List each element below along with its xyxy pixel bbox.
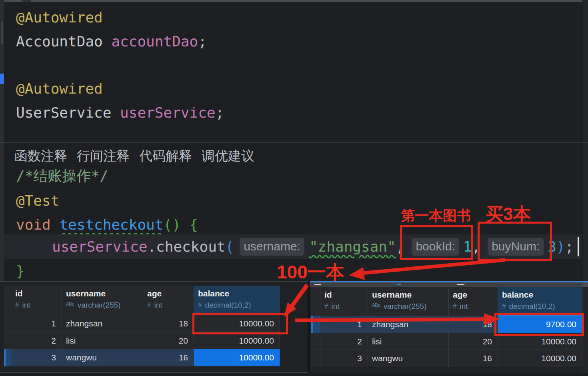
column-header-username[interactable]: username ᴬᴮᶜvarchar(255)	[368, 287, 449, 316]
hash-icon: #	[324, 302, 328, 310]
editor-right-stripe	[582, 0, 588, 281]
hash-icon: #	[15, 301, 19, 309]
cell-id[interactable]: 1	[320, 316, 368, 333]
row-header-corner	[4, 286, 11, 315]
cell-id[interactable]: 2	[11, 332, 62, 349]
method-name-testcheckout: testcheckout	[59, 216, 163, 233]
resize-handle[interactable]	[457, 284, 464, 285]
column-header-balance[interactable]: balance #decimal(10,2)	[194, 286, 280, 315]
column-type: #int	[324, 302, 368, 311]
cell-id[interactable]: 2	[320, 333, 368, 350]
ai-action-inline-comment[interactable]: 行间注释	[77, 147, 130, 165]
window-top-edge	[4, 0, 582, 2]
code-line-accountdao: AccountDao accountDao;	[16, 33, 207, 50]
hash-icon: #	[453, 302, 456, 310]
column-header-id[interactable]: id #int	[320, 287, 368, 316]
annotation-autowired-2: @Autowired	[16, 80, 103, 98]
cell-username[interactable]: zhangsan	[62, 315, 143, 332]
ai-action-function-comment[interactable]: 函数注释	[14, 147, 67, 165]
cell-username[interactable]: wangwu	[368, 350, 449, 367]
row-header-corner	[311, 287, 320, 316]
method-checkout: .checkout	[147, 238, 225, 256]
column-header-age[interactable]: age #int	[143, 286, 194, 315]
hash-icon: #	[198, 301, 202, 309]
ai-action-tuning-advice[interactable]: 调优建议	[202, 147, 254, 165]
abc-icon: ᴬᴮᶜ	[372, 302, 380, 310]
cell-age[interactable]: 18	[143, 315, 194, 332]
cell-balance[interactable]: 10000.00	[194, 332, 280, 349]
annotation-test: @Test	[16, 192, 59, 210]
class-name: UserService	[16, 104, 120, 121]
cell-age[interactable]: 16	[449, 350, 498, 367]
cell-username[interactable]: wangwu	[62, 349, 143, 366]
cell-age[interactable]: 20	[143, 332, 194, 349]
semicolon: ;	[565, 238, 574, 256]
keyword-void: void	[16, 216, 59, 233]
column-type: #int	[453, 302, 498, 311]
cell-balance-selected[interactable]: 10000.00	[194, 349, 280, 366]
column-header-balance[interactable]: balance #decimal(10,2)	[498, 287, 582, 316]
row-gutter-selected[interactable]	[4, 349, 11, 366]
column-type: ᴬᴮᶜvarchar(255)	[66, 301, 143, 310]
code-line-method-signature: void testcheckout() {	[16, 216, 198, 234]
row-gutter[interactable]	[4, 315, 11, 332]
tab-marker	[22, 0, 31, 2]
editor-scrollbar-marker[interactable]	[0, 74, 4, 84]
cell-age[interactable]: 16	[143, 349, 194, 366]
annotation-price-per-book: 100一本	[277, 260, 344, 285]
cell-age[interactable]: 18	[449, 316, 498, 333]
close-brace-line: }	[16, 262, 25, 280]
column-header-username[interactable]: username ᴬᴮᶜvarchar(255)	[62, 286, 143, 315]
scrollbar-corner	[582, 282, 588, 287]
annotation-autowired-1: @Autowired	[16, 9, 103, 26]
header-resize-strip[interactable]	[310, 282, 582, 287]
open-paren: (	[226, 238, 234, 256]
hash-icon: #	[147, 301, 151, 309]
row-gutter[interactable]	[311, 350, 320, 367]
cell-username[interactable]: zhangsan	[368, 316, 449, 333]
parens: ()	[163, 216, 180, 233]
arrow-price-line	[357, 260, 505, 274]
code-line-userservice: UserService userService;	[16, 104, 224, 122]
hash-icon: #	[502, 302, 506, 310]
resize-handle[interactable]	[397, 284, 401, 285]
highlight-box-bookid	[400, 225, 473, 260]
row-gutter[interactable]	[311, 333, 320, 350]
abc-icon: ᴬᴮᶜ	[66, 301, 74, 309]
row-gutter[interactable]	[4, 332, 11, 349]
text-cursor	[578, 237, 579, 256]
cell-id[interactable]: 3	[320, 350, 368, 367]
cell-age[interactable]: 20	[449, 333, 498, 350]
field-name: accountDao	[111, 33, 198, 50]
column-header-id[interactable]: id #int	[11, 286, 62, 315]
ai-action-code-explain[interactable]: 代码解释	[139, 147, 192, 165]
object-userservice: userService	[52, 238, 147, 256]
cell-id[interactable]: 3	[11, 349, 62, 366]
window-bottom-edge	[0, 373, 588, 376]
column-name: id	[15, 289, 62, 298]
column-type: #decimal(10,2)	[502, 302, 582, 311]
column-name: username	[372, 290, 448, 300]
cell-username[interactable]: lisi	[368, 333, 449, 350]
cell-username[interactable]: lisi	[62, 332, 143, 349]
close-paren: )	[556, 238, 565, 256]
string-zhangsan: "zhangsan"	[309, 238, 396, 256]
column-name: balance	[198, 289, 280, 298]
arrow-price-head	[349, 267, 365, 280]
open-brace: {	[181, 216, 198, 233]
class-name: AccountDao	[16, 33, 111, 50]
ai-actions-row: 函数注释 行间注释 代码解释 调优建议	[14, 147, 254, 165]
column-name: balance	[502, 290, 582, 300]
row-gutter-selected[interactable]	[311, 316, 320, 333]
ide-window: @Autowired AccountDao accountDao; @Autow…	[0, 0, 588, 376]
column-name: username	[66, 289, 143, 298]
annotation-first-book: 第一本图书	[401, 206, 471, 225]
editor-section-divider	[0, 142, 588, 143]
param-hint-username: username:	[240, 238, 304, 256]
column-type: #int	[15, 301, 62, 310]
cell-balance[interactable]: 10000.00	[498, 350, 582, 367]
semicolon: ;	[216, 104, 224, 121]
cell-id[interactable]: 1	[11, 315, 62, 332]
comment-line: /*结账操作*/	[16, 167, 108, 185]
column-header-age[interactable]: age #int	[449, 287, 498, 316]
